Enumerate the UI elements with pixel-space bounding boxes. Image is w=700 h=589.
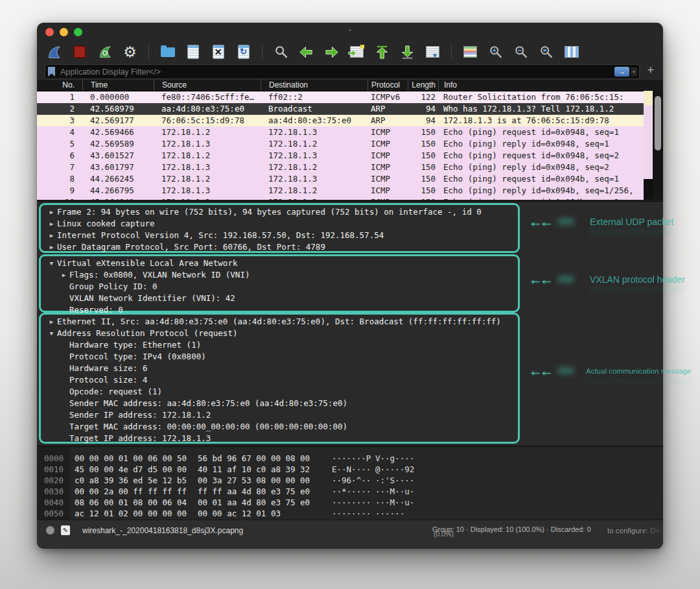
detail-line[interactable]: ▶Frame 2: 94 bytes on wire (752 bits), 9… <box>41 206 518 218</box>
detail-line[interactable]: ▼Address Resolution Protocol (request) <box>41 328 518 339</box>
filter-add-button[interactable]: + <box>647 64 654 77</box>
detail-line[interactable]: Protocol type: IPv4 (0x0800) <box>41 351 518 363</box>
detail-line[interactable]: ▼Virtual eXtensible Local Area Network <box>41 258 518 269</box>
cell-info: Echo (ping) request id=0x094b, seq=2 <box>438 197 644 200</box>
auto-scroll-icon[interactable]: ▼ <box>425 44 441 60</box>
filter-dropdown-caret[interactable]: ▾ <box>631 67 637 76</box>
go-next-packet-icon[interactable] <box>323 44 340 60</box>
capture-options-icon[interactable]: ⚙ <box>122 44 138 60</box>
indent-spacer <box>58 433 69 444</box>
detail-text: Ethernet II, Src: aa:4d:80:e3:75:e0 (aa:… <box>57 316 501 328</box>
collapse-arrow-icon[interactable]: ▼ <box>46 258 57 269</box>
stop-capture-icon[interactable] <box>71 44 88 60</box>
expand-arrow-icon[interactable]: ▶ <box>46 230 57 241</box>
detail-line[interactable]: VXLAN Network Identifier (VNI): 42 <box>41 293 518 304</box>
go-first-packet-icon[interactable] <box>374 44 390 60</box>
hex-row[interactable]: 001045 00 00 4e d7 d5 00 0040 11 af 10 c… <box>37 464 663 475</box>
go-to-packet-icon[interactable] <box>349 44 365 60</box>
hex-offset: 0010 <box>37 464 69 475</box>
hex-bytes: c0 a8 39 36 ed 5e 12 b5 <box>75 475 187 486</box>
cell-dst: 172.18.1.3 <box>261 126 368 138</box>
display-filter-input[interactable]: Application Display Filter</> → ▾ <box>45 64 640 79</box>
detail-line[interactable]: ▶Internet Protocol Version 4, Src: 192.1… <box>41 230 518 241</box>
packet-row[interactable]: 242.568979aa:4d:80:e3:75:e0BroadcastARP9… <box>37 103 644 115</box>
cell-len: 150 <box>408 138 438 150</box>
ascii-bytes: ·:'S···· <box>375 475 414 486</box>
cell-src: fe80::7406:5cff:fe… <box>154 91 261 103</box>
detail-line[interactable]: Sender MAC address: aa:4d:80:e3:75:e0 (a… <box>41 398 518 409</box>
packet-row[interactable]: 944.266795172.18.1.3172.18.1.2ICMP150Ech… <box>37 185 644 197</box>
zoom-reset-icon[interactable] <box>538 44 554 60</box>
scrollbar-thumb[interactable] <box>655 96 661 150</box>
detail-line[interactable]: ▶User Datagram Protocol, Src Port: 60766… <box>41 241 518 253</box>
detail-line[interactable]: Hardware type: Ethernet (1) <box>41 339 518 351</box>
column-header-dst[interactable]: Destination <box>261 80 368 91</box>
packet-row[interactable]: 1045.264941172.18.1.2172.18.1.3ICMP150Ec… <box>37 197 644 200</box>
detail-line[interactable]: Opcode: request (1) <box>41 386 518 398</box>
go-previous-packet-icon[interactable] <box>298 44 314 60</box>
column-header-proto[interactable]: Protocol <box>368 80 408 91</box>
column-header-src[interactable]: Source <box>154 80 261 91</box>
detail-text: Internet Protocol Version 4, Src: 192.16… <box>57 230 384 241</box>
cell-proto: ICMP <box>368 197 408 200</box>
cell-len: 94 <box>408 115 438 126</box>
column-header-info[interactable]: Info <box>438 80 663 91</box>
detail-line[interactable]: Protocol size: 4 <box>41 374 518 386</box>
packet-row[interactable]: 342.56917776:06:5c:15:d9:78aa:4d:80:e3:7… <box>37 115 644 126</box>
detail-text: Hardware type: Ethernet (1) <box>69 339 201 351</box>
detail-line[interactable]: Sender IP address: 172.18.1.2 <box>41 409 518 421</box>
detail-line[interactable]: ▶Flags: 0x0800, VXLAN Network ID (VNI) <box>41 269 518 281</box>
cell-time: 43.601527 <box>82 150 154 162</box>
filter-bookmark-icon[interactable] <box>48 67 55 77</box>
expand-arrow-icon[interactable]: ▶ <box>46 316 57 328</box>
window-titlebar[interactable]: - <box>37 23 663 41</box>
detail-line[interactable]: Target IP address: 172.18.1.3 <box>41 433 518 444</box>
packet-rows: 10.000000fe80::7406:5cff:fe…ff02::2ICMPv… <box>37 91 663 200</box>
detail-line[interactable]: ▶Ethernet II, Src: aa:4d:80:e3:75:e0 (aa… <box>41 316 518 328</box>
collapse-arrow-icon[interactable]: ▼ <box>46 328 57 339</box>
cell-proto: ICMP <box>368 138 408 150</box>
colorize-packets-icon[interactable] <box>462 44 478 60</box>
save-file-icon[interactable] <box>185 44 201 60</box>
expand-arrow-icon[interactable]: ▶ <box>46 218 57 230</box>
packet-row[interactable]: 542.569589172.18.1.3172.18.1.2ICMP150Ech… <box>37 138 644 150</box>
column-header-time[interactable]: Time <box>82 80 154 91</box>
resize-columns-icon[interactable] <box>563 44 579 60</box>
zoom-in-icon[interactable] <box>487 44 504 60</box>
detail-line[interactable]: Group Policy ID: 0 <box>41 281 518 293</box>
find-packet-icon[interactable] <box>273 44 289 60</box>
cell-dst: 172.18.1.3 <box>261 197 368 200</box>
toolbar-separator <box>148 44 149 60</box>
restart-capture-icon[interactable] <box>97 44 113 60</box>
packet-row[interactable]: 743.601797172.18.1.3172.18.1.2ICMP150Ech… <box>37 162 644 173</box>
detail-line[interactable]: Target MAC address: 00:00:00_00:00:00 (0… <box>41 421 518 433</box>
expand-arrow-icon[interactable]: ▶ <box>46 206 57 218</box>
open-file-icon[interactable] <box>159 44 176 60</box>
start-capture-icon[interactable] <box>46 44 62 60</box>
zoom-out-icon[interactable] <box>513 44 529 60</box>
column-header-no[interactable]: No. <box>37 80 82 91</box>
filter-apply-button[interactable]: → <box>614 67 629 77</box>
detail-line[interactable]: Hardware size: 6 <box>41 363 518 374</box>
hex-row[interactable]: 0020c0 a8 39 36 ed 5e 12 b500 3a 27 53 0… <box>37 475 663 486</box>
packet-row[interactable]: 442.569466172.18.1.2172.18.1.3ICMP150Ech… <box>37 126 644 138</box>
close-file-icon[interactable]: ✕ <box>210 44 226 60</box>
capture-comment-icon[interactable]: ✎ <box>61 525 70 535</box>
packet-list-scrollbar[interactable] <box>653 91 663 200</box>
column-header-len[interactable]: Length <box>408 80 438 91</box>
reload-file-icon[interactable]: ↻ <box>235 44 251 60</box>
detail-line[interactable]: ▶Linux cooked capture <box>41 218 518 230</box>
expand-arrow-icon[interactable]: ▶ <box>58 269 69 281</box>
hex-row[interactable]: 0050ac 12 01 02 00 00 00 0000 00 ac 12 0… <box>37 508 663 519</box>
cell-src: 172.18.1.2 <box>154 197 261 200</box>
expand-arrow-icon[interactable]: ▶ <box>46 241 57 253</box>
packet-row[interactable]: 10.000000fe80::7406:5cff:fe…ff02::2ICMPv… <box>37 91 644 103</box>
go-last-packet-icon[interactable] <box>399 44 415 60</box>
packet-row[interactable]: 643.601527172.18.1.2172.18.1.3ICMP150Ech… <box>37 150 644 162</box>
packet-row[interactable]: 844.266245172.18.1.2172.18.1.3ICMP150Ech… <box>37 173 644 185</box>
hex-row[interactable]: 000000 00 00 01 00 06 00 5056 bd 96 67 0… <box>37 453 663 464</box>
hex-row[interactable]: 003000 00 2a 00 ff ff ff ffff ff aa 4d 8… <box>37 486 663 497</box>
cell-dst: Broadcast <box>261 103 368 115</box>
hex-row[interactable]: 004008 06 00 01 08 00 06 0400 01 aa 4d 8… <box>37 497 663 508</box>
expert-info-icon[interactable] <box>46 526 54 535</box>
